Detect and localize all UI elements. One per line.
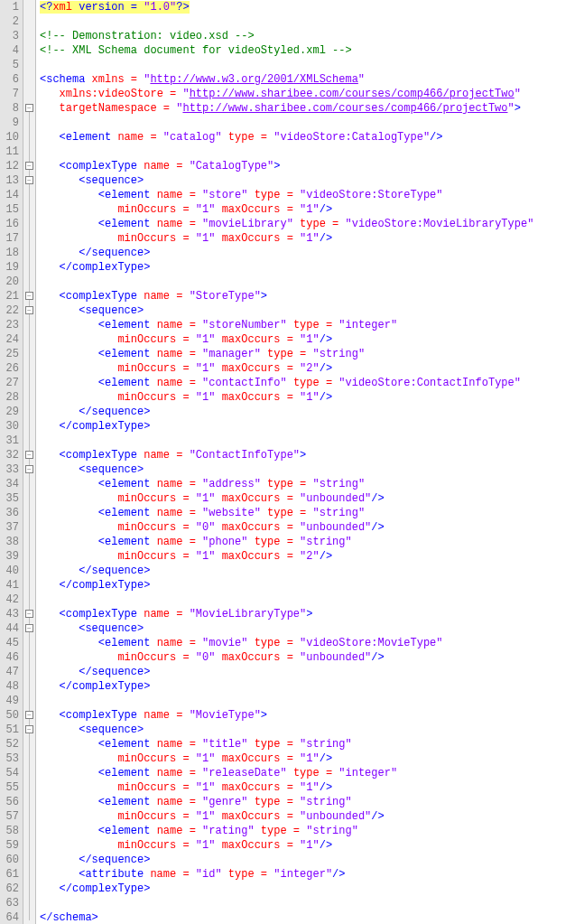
- code-line[interactable]: </complexType>: [40, 679, 533, 694]
- code-line[interactable]: </sequence>: [40, 246, 533, 260]
- code-editor-content[interactable]: <?xml version = "1.0"?> <!-- Demonstrati…: [36, 0, 533, 924]
- fold-toggle-icon[interactable]: −: [25, 306, 33, 314]
- code-line[interactable]: <attribute name = "id" type = "integer"/…: [40, 867, 533, 882]
- line-number: 50: [2, 708, 19, 723]
- code-line[interactable]: <sequence>: [40, 173, 533, 188]
- code-line[interactable]: <element name = "storeNumber" type = "in…: [40, 318, 533, 332]
- code-line[interactable]: <sequence>: [40, 303, 533, 318]
- code-line[interactable]: <element name = "address" type = "string…: [40, 477, 533, 491]
- line-number: 16: [2, 217, 19, 231]
- code-line[interactable]: xmlns:videoStore = "http://www.sharibee.…: [40, 87, 533, 101]
- line-number: 27: [2, 376, 19, 390]
- code-line[interactable]: minOccurs = "1" maxOccurs = "1"/>: [40, 838, 533, 853]
- code-line[interactable]: [40, 275, 533, 289]
- code-line[interactable]: <element name = "contactInfo" type = "vi…: [40, 376, 533, 390]
- syntax-token: "videoStore:StoreType": [300, 189, 442, 201]
- code-line[interactable]: <sequence>: [40, 462, 533, 477]
- syntax-token: "id": [196, 868, 228, 881]
- code-line[interactable]: <complexType name = "MovieLibraryType">: [40, 607, 533, 621]
- code-line[interactable]: [40, 14, 533, 29]
- code-line[interactable]: [40, 694, 533, 708]
- code-line[interactable]: minOccurs = "1" maxOccurs = "2"/>: [40, 361, 533, 376]
- code-line[interactable]: <complexType name = "StoreType">: [40, 289, 533, 303]
- code-line[interactable]: [40, 896, 533, 910]
- code-line[interactable]: <element name = "releaseDate" type = "in…: [40, 766, 533, 780]
- code-line[interactable]: </sequence>: [40, 564, 533, 578]
- fold-toggle-icon[interactable]: −: [25, 162, 33, 170]
- code-line[interactable]: <sequence>: [40, 723, 533, 737]
- fold-toggle-icon[interactable]: −: [25, 465, 33, 473]
- code-line[interactable]: minOccurs = "1" maxOccurs = "2"/>: [40, 549, 533, 564]
- syntax-token: "1": [196, 492, 222, 505]
- code-line[interactable]: <element name = "movieLibrary" type = "v…: [40, 217, 533, 231]
- code-line[interactable]: </complexType>: [40, 260, 533, 275]
- code-line[interactable]: minOccurs = "1" maxOccurs = "1"/>: [40, 780, 533, 795]
- code-line[interactable]: </complexType>: [40, 882, 533, 896]
- code-line[interactable]: <element name = "title" type = "string": [40, 737, 533, 751]
- code-line[interactable]: <element name = "manager" type = "string…: [40, 347, 533, 361]
- fold-toggle-icon[interactable]: −: [25, 451, 33, 459]
- code-line[interactable]: minOccurs = "1" maxOccurs = "1"/>: [40, 390, 533, 405]
- code-line[interactable]: <element name = "website" type = "string…: [40, 506, 533, 520]
- code-line[interactable]: </complexType>: [40, 419, 533, 434]
- syntax-token: "store": [202, 189, 255, 201]
- code-line[interactable]: <element name = "genre" type = "string": [40, 795, 533, 809]
- syntax-token: </sequence>: [40, 406, 150, 418]
- code-line[interactable]: <!-- XML Schema document for videoStyled…: [40, 43, 533, 58]
- code-line[interactable]: minOccurs = "1" maxOccurs = "unbounded"/…: [40, 809, 533, 824]
- fold-toggle-icon[interactable]: −: [25, 104, 33, 112]
- line-number: 20: [2, 275, 19, 289]
- syntax-token: maxOccurs =: [222, 362, 300, 375]
- code-line[interactable]: <sequence>: [40, 621, 533, 636]
- fold-toggle-icon[interactable]: −: [25, 176, 33, 184]
- code-line[interactable]: minOccurs = "1" maxOccurs = "1"/>: [40, 751, 533, 766]
- code-line[interactable]: minOccurs = "1" maxOccurs = "1"/>: [40, 231, 533, 246]
- code-line[interactable]: minOccurs = "1" maxOccurs = "1"/>: [40, 332, 533, 347]
- syntax-token: http://www.sharibee.com/courses/comp466/…: [182, 102, 507, 115]
- code-line[interactable]: </complexType>: [40, 578, 533, 593]
- line-number: 47: [2, 665, 19, 679]
- line-number: 64: [2, 910, 19, 924]
- code-line[interactable]: <!-- Demonstration: video.xsd -->: [40, 29, 533, 43]
- syntax-token: <element: [40, 131, 117, 144]
- line-number: 18: [2, 246, 19, 260]
- code-line[interactable]: [40, 58, 533, 72]
- code-line[interactable]: minOccurs = "1" maxOccurs = "1"/>: [40, 202, 533, 217]
- fold-toggle-icon[interactable]: −: [25, 610, 33, 618]
- code-line[interactable]: [40, 434, 533, 448]
- code-line[interactable]: minOccurs = "0" maxOccurs = "unbounded"/…: [40, 650, 533, 665]
- code-line[interactable]: <schema xmlns = "http://www.w3.org/2001/…: [40, 72, 533, 87]
- code-line[interactable]: [40, 145, 533, 159]
- fold-toggle-icon[interactable]: −: [25, 711, 33, 719]
- code-line[interactable]: <complexType name = "ContactInfoType">: [40, 448, 533, 462]
- code-line[interactable]: [40, 593, 533, 607]
- code-line[interactable]: <?xml version = "1.0"?>: [40, 0, 533, 14]
- syntax-token: <sequence>: [40, 304, 144, 317]
- code-line[interactable]: <element name = "movie" type = "videoSto…: [40, 636, 533, 650]
- fold-toggle-icon[interactable]: −: [25, 725, 33, 733]
- fold-toggle-icon[interactable]: −: [25, 292, 33, 300]
- code-line[interactable]: </sequence>: [40, 665, 533, 679]
- code-line[interactable]: <element name = "store" type = "videoSto…: [40, 188, 533, 202]
- line-number: 3: [2, 29, 19, 43]
- syntax-token: "1": [196, 362, 222, 375]
- code-line[interactable]: minOccurs = "0" maxOccurs = "unbounded"/…: [40, 520, 533, 535]
- code-line[interactable]: [40, 116, 533, 130]
- syntax-token: "videoStore:MovieLibraryType": [346, 218, 534, 230]
- code-line[interactable]: </schema>: [40, 910, 533, 924]
- code-line[interactable]: <complexType name = "CatalogType">: [40, 159, 533, 173]
- fold-gutter[interactable]: −−−−−−−−−−−: [23, 0, 36, 924]
- line-number: 43: [2, 607, 19, 621]
- fold-toggle-icon[interactable]: −: [25, 624, 33, 632]
- syntax-token: "unbounded": [300, 810, 371, 823]
- syntax-token: <!-- Demonstration: video.xsd -->: [40, 30, 255, 42]
- code-line[interactable]: minOccurs = "1" maxOccurs = "unbounded"/…: [40, 491, 533, 506]
- code-line[interactable]: <element name = "phone" type = "string": [40, 535, 533, 549]
- code-line[interactable]: <element name = "rating" type = "string": [40, 824, 533, 838]
- syntax-token: <element: [40, 189, 157, 201]
- code-line[interactable]: <element name = "catalog" type = "videoS…: [40, 130, 533, 145]
- code-line[interactable]: targetNamespace = "http://www.sharibee.c…: [40, 101, 533, 116]
- code-line[interactable]: </sequence>: [40, 853, 533, 867]
- code-line[interactable]: <complexType name = "MovieType">: [40, 708, 533, 723]
- code-line[interactable]: </sequence>: [40, 405, 533, 419]
